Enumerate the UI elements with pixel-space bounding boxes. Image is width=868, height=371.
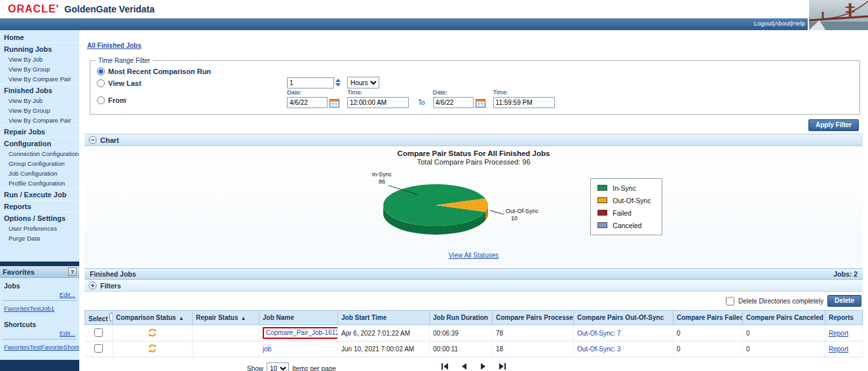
view-last-spinner[interactable] <box>335 79 341 87</box>
sidebar-item-options-settings[interactable]: Options / Settings <box>0 212 79 224</box>
last-page-icon[interactable] <box>498 362 506 370</box>
from-calendar-icon[interactable] <box>330 98 339 107</box>
delete-directories-checkbox[interactable] <box>726 297 734 305</box>
favorites-help-icon[interactable]: ? <box>68 267 77 276</box>
sidebar: Home Running Jobs View By Job View By Gr… <box>0 30 79 371</box>
sidebar-item-finished-view-by-job[interactable]: View By Job <box>0 96 79 106</box>
help-link[interactable]: Help <box>792 20 805 27</box>
favorites-shortcuts-label: Shortcuts <box>3 319 77 328</box>
first-page-icon[interactable] <box>441 362 449 370</box>
sidebar-item-running-view-by-group[interactable]: View By Group <box>0 64 79 74</box>
view-last-radio[interactable] <box>97 79 105 87</box>
sidebar-item-group-configuration[interactable]: Group Configuration <box>0 159 79 168</box>
apply-filter-button[interactable]: Apply Filter <box>808 119 859 131</box>
view-last-label: View Last <box>108 79 142 87</box>
show-label: Show <box>247 365 263 371</box>
sidebar-item-finished-view-by-compare-pair[interactable]: View By Compare Pair <box>0 115 79 125</box>
out-of-sync-link[interactable]: Out-Of-Sync: 7 <box>577 330 621 337</box>
favorites-title: Favorites <box>3 268 35 276</box>
legend-swatch-canceled <box>597 222 607 228</box>
from-radio[interactable] <box>97 96 105 104</box>
oracle-logo: ORACLE' <box>8 3 59 15</box>
view-all-statuses-link[interactable]: View All Statuses <box>449 252 499 259</box>
pie-value-in-sync: 86 <box>379 178 385 185</box>
favorites-job-item[interactable]: FavoritesTestJob1 <box>3 301 77 315</box>
favorites-jobs-edit-link[interactable]: Edit... <box>3 290 77 301</box>
view-last-unit-select[interactable]: Hours <box>347 77 379 88</box>
app-header: ORACLE' GoldenGate Veridata <box>0 0 868 18</box>
from-label: From <box>108 96 126 104</box>
sidebar-item-finished-jobs[interactable]: Finished Jobs <box>0 84 79 96</box>
col-comparison-status[interactable]: Comparison Status▲ <box>113 311 193 325</box>
favorites-shortcut-item[interactable]: FavoritesTestFavoriteShortcut <box>3 340 77 353</box>
row-select-checkbox[interactable] <box>94 344 103 353</box>
sidebar-item-running-view-by-job[interactable]: View By Job <box>0 54 79 64</box>
to-date-label: Date: <box>433 88 485 96</box>
about-link[interactable]: About <box>774 20 791 27</box>
sidebar-item-running-jobs[interactable]: Running Jobs <box>0 43 79 54</box>
sidebar-item-configuration[interactable]: Configuration <box>0 137 79 149</box>
to-date-input[interactable] <box>433 97 474 108</box>
row-select-checkbox[interactable] <box>94 328 103 337</box>
from-date-label: Date: <box>287 88 339 96</box>
pairs-failed-cell: 0 <box>673 325 743 342</box>
to-calendar-icon[interactable] <box>476 98 485 107</box>
logout-link[interactable]: Logout <box>754 20 773 27</box>
col-job-name: Job Name <box>259 311 338 325</box>
job-run-duration-cell: 00:06:39 <box>430 325 493 342</box>
sidebar-item-reports[interactable]: Reports <box>0 200 79 212</box>
spinner-up-icon[interactable] <box>335 79 341 82</box>
sidebar-item-job-configuration[interactable]: Job Configuration <box>0 168 79 178</box>
from-date-input[interactable] <box>287 97 328 108</box>
breadcrumb: All Finished Jobs <box>85 30 863 56</box>
pairs-canceled-cell: 0 <box>743 342 825 357</box>
col-repair-status[interactable]: Repair Status▲ <box>193 311 259 325</box>
favorites-shortcuts-edit-link[interactable]: Edit... <box>3 328 77 340</box>
next-page-icon[interactable] <box>479 362 487 370</box>
report-link[interactable]: Report <box>829 330 848 337</box>
report-link[interactable]: Report <box>829 345 848 353</box>
most-recent-radio[interactable] <box>97 68 105 75</box>
job-name-link[interactable]: job <box>263 345 271 353</box>
legend-label-in-sync: In-Sync <box>613 184 636 192</box>
delete-button-top[interactable]: Delete <box>827 295 861 307</box>
legend-label-canceled: Canceled <box>613 222 641 229</box>
col-job-start-time: Job Start Time <box>338 311 430 325</box>
from-time-input[interactable] <box>347 97 409 108</box>
legend-label-out-of-sync: Out-Of-Sync <box>613 197 651 205</box>
sidebar-item-repair-jobs[interactable]: Repair Jobs <box>0 125 79 137</box>
sidebar-item-home[interactable]: Home <box>0 31 79 43</box>
sidebar-item-run-execute-job[interactable]: Run / Execute Job <box>0 188 79 200</box>
spinner-down-icon[interactable] <box>335 83 341 87</box>
finished-jobs-title: Finished Jobs <box>90 270 136 278</box>
select-all-checkbox[interactable] <box>109 313 112 321</box>
pagination-bar: Show 10 Items per page <box>85 357 863 371</box>
annotation-highlight: Copmare_Pair_Job-1612 <box>263 327 338 339</box>
previous-page-icon[interactable] <box>460 362 468 370</box>
from-time-label: Time: <box>347 88 409 96</box>
chart-legend: In-Sync Out-Of-Sync Failed Canceled <box>590 178 662 235</box>
breadcrumb-all-finished-jobs[interactable]: All Finished Jobs <box>87 42 142 49</box>
job-name-link[interactable]: Copmare_Pair_Job-1612 <box>266 329 338 336</box>
out-of-sync-status-icon <box>147 343 157 353</box>
sidebar-item-connection-configuration[interactable]: Connection Configuration <box>0 149 79 159</box>
sort-asc-icon: ▲ <box>179 315 184 321</box>
collapse-chart-icon[interactable] <box>88 136 97 144</box>
view-last-input[interactable] <box>287 77 334 88</box>
page-size-select[interactable]: 10 <box>267 362 289 371</box>
sidebar-item-profile-configuration[interactable]: Profile Configuration <box>0 178 79 188</box>
sidebar-item-finished-view-by-group[interactable]: View By Group <box>0 106 79 115</box>
to-time-input[interactable] <box>493 97 555 108</box>
chart-title: Compare Pair Status For All Finished Job… <box>85 149 863 157</box>
legend-swatch-failed <box>597 210 607 216</box>
sidebar-item-purge-data[interactable]: Purge Data <box>0 233 79 243</box>
top-nav-bar: Logout|About|Help <box>0 18 868 30</box>
sidebar-item-user-preferences[interactable]: User Preferences <box>0 224 79 233</box>
sidebar-item-running-view-by-compare-pair[interactable]: View By Compare Pair <box>0 74 79 84</box>
out-of-sync-link[interactable]: Out-Of-Sync: 3 <box>577 345 621 353</box>
expand-filters-icon[interactable] <box>88 281 97 290</box>
col-compare-pairs-failed: Compare Pairs Failed <box>673 311 743 325</box>
job-run-duration-cell: 00:00:11 <box>430 342 493 357</box>
table-row: job Jun 10, 2021 7:00:02 AM 00:00:11 18 … <box>85 342 863 357</box>
pairs-failed-cell: 0 <box>673 342 743 357</box>
